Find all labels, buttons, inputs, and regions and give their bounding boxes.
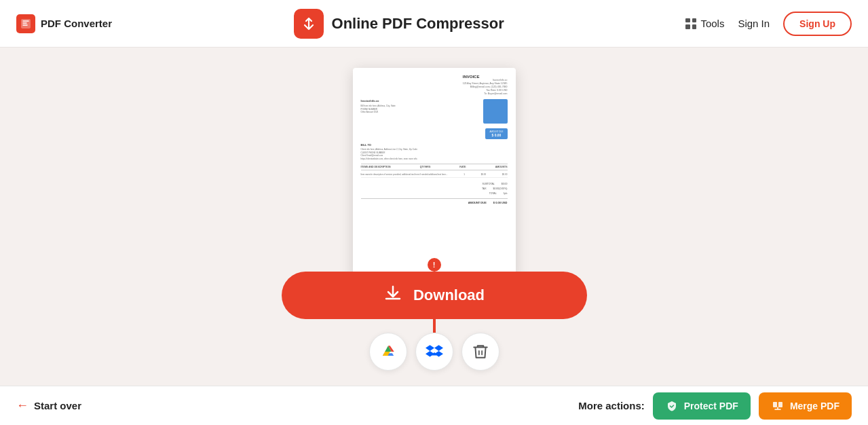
svg-rect-0: [21, 19, 31, 29]
header: PDF Converter Online PDF Compressor Tool…: [0, 0, 868, 48]
protect-pdf-label: Protect PDF: [684, 401, 738, 411]
svg-rect-1: [773, 402, 777, 407]
download-label: Download: [413, 287, 485, 304]
delete-icon: [472, 343, 489, 361]
google-drive-button[interactable]: [369, 333, 407, 371]
dropbox-button[interactable]: [415, 333, 453, 371]
start-over-label: Start over: [34, 400, 81, 411]
pdf-preview: INVOICE InvoiceInfo.co 123 Any Street, A…: [353, 68, 516, 278]
main-content: INVOICE InvoiceInfo.co 123 Any Street, A…: [0, 48, 868, 371]
merge-pdf-button[interactable]: Merge PDF: [759, 392, 852, 420]
brand-area: PDF Converter: [16, 14, 112, 33]
svg-rect-2: [778, 402, 782, 407]
start-over-button[interactable]: ← Start over: [16, 399, 81, 413]
download-icon: [383, 284, 402, 307]
more-actions-label: More actions:: [578, 400, 645, 411]
google-drive-icon: [379, 343, 397, 361]
protect-icon: [665, 399, 679, 413]
signup-button[interactable]: Sign Up: [783, 12, 852, 36]
pdf-converter-icon: [16, 14, 35, 33]
merge-pdf-label: Merge PDF: [790, 401, 839, 411]
start-over-arrow-icon: ←: [16, 399, 29, 413]
pdf-indicator: [428, 258, 441, 272]
protect-pdf-button[interactable]: Protect PDF: [653, 392, 751, 420]
signin-button[interactable]: Sign In: [738, 18, 770, 29]
download-button[interactable]: Download: [282, 272, 587, 319]
more-actions-area: More actions: Protect PDF Merge PDF: [578, 392, 852, 420]
tools-label: Tools: [700, 18, 724, 29]
merge-icon: [771, 399, 785, 413]
brand-label: PDF Converter: [41, 18, 112, 29]
tools-grid-icon: [685, 18, 696, 29]
dropbox-icon: [426, 343, 443, 361]
compress-logo: [294, 9, 324, 39]
header-right: Tools Sign In Sign Up: [685, 12, 852, 36]
storage-icons: [369, 333, 499, 371]
tools-button[interactable]: Tools: [685, 18, 724, 29]
download-area: Download: [282, 265, 587, 371]
page-title: Online PDF Compressor: [332, 15, 504, 33]
header-center: Online PDF Compressor: [112, 9, 685, 39]
delete-button[interactable]: [461, 333, 499, 371]
bottom-bar: ← Start over More actions: Protect PDF M: [0, 386, 868, 425]
connector-line: [433, 319, 436, 333]
